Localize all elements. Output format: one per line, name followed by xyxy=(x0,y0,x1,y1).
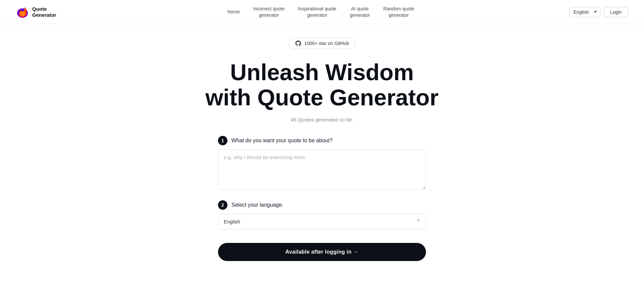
quote-input[interactable] xyxy=(218,149,426,190)
nav-item-inspirational[interactable]: Inspirational quotegenerator xyxy=(298,6,336,18)
login-button[interactable]: Login xyxy=(604,7,628,17)
cta-button[interactable]: Available after logging in → xyxy=(218,243,426,261)
github-badge[interactable]: 1000+ star on GitHub xyxy=(288,38,355,49)
nav-item-home[interactable]: Home xyxy=(227,9,240,15)
step-1-text: What do you want your quote to be about? xyxy=(231,138,333,144)
step-2-number: 2 xyxy=(218,200,227,210)
step-2: 2 Select your language. English Spanish … xyxy=(218,200,426,230)
hero-subtitle: 45 Quotes generated so far. xyxy=(291,117,353,122)
step-2-label: 2 Select your language. xyxy=(218,200,426,210)
svg-point-1 xyxy=(20,11,25,16)
header-right: English Spanish French German Login xyxy=(569,7,628,17)
nav-item-incorrect[interactable]: Incorrect quotegenerator xyxy=(253,6,284,18)
language-selector-header[interactable]: English Spanish French German xyxy=(569,7,600,17)
header: QuoteGenerator Home Incorrect quotegener… xyxy=(0,0,644,24)
step-2-text: Select your language. xyxy=(231,202,283,208)
hero-title: Unleash Wisdom with Quote Generator xyxy=(205,60,439,110)
logo-icon xyxy=(16,6,29,18)
github-badge-text: 1000+ star on GitHub xyxy=(304,41,349,46)
nav-item-random[interactable]: Random quotegenerator xyxy=(383,6,414,18)
step-1: 1 What do you want your quote to be abou… xyxy=(218,136,426,190)
main-content: 1000+ star on GitHub Unleash Wisdom with… xyxy=(0,24,644,281)
step-1-number: 1 xyxy=(218,136,227,145)
logo[interactable]: QuoteGenerator xyxy=(16,6,56,18)
language-dropdown-wrapper: English Spanish French German Japanese C… xyxy=(218,214,426,230)
logo-text: QuoteGenerator xyxy=(32,6,56,18)
nav-item-ai[interactable]: AI quotegenerator xyxy=(350,6,370,18)
main-nav: Home Incorrect quotegenerator Inspiratio… xyxy=(72,6,569,18)
github-icon xyxy=(295,40,302,47)
step-1-label: 1 What do you want your quote to be abou… xyxy=(218,136,426,145)
quote-form: 1 What do you want your quote to be abou… xyxy=(218,136,426,261)
language-selector-main[interactable]: English Spanish French German Japanese C… xyxy=(218,214,426,230)
